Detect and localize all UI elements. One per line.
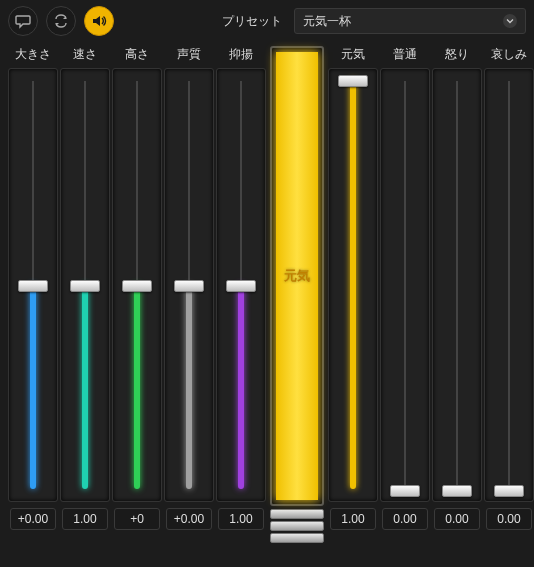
slider-groove: [404, 81, 406, 489]
slider-label: 高さ: [125, 44, 149, 64]
preset-select-value: 元気一杯: [303, 13, 351, 30]
slider-fill: [238, 284, 244, 489]
slider-groove: [456, 81, 458, 489]
style-meter: 元気: [270, 46, 324, 506]
style-handle-bar[interactable]: [270, 521, 324, 531]
slider-value[interactable]: 1.00: [218, 508, 264, 530]
slider-track[interactable]: [380, 68, 430, 502]
left-slider-0: 大きさ+0.00: [8, 44, 58, 543]
slider-track[interactable]: [60, 68, 110, 502]
loop-icon: [53, 13, 69, 29]
slider-groove: [508, 81, 510, 489]
slider-label: 元気: [341, 44, 365, 64]
speech-bubble-icon: [15, 13, 31, 29]
sliders-area: 大きさ+0.00速さ1.00高さ+0声質+0.00抑揚1.00 元気 元気1.0…: [0, 40, 534, 551]
loop-button[interactable]: [46, 6, 76, 36]
slider-label: 声質: [177, 44, 201, 64]
slider-thumb[interactable]: [174, 280, 204, 292]
slider-thumb[interactable]: [226, 280, 256, 292]
slider-value[interactable]: +0.00: [166, 508, 212, 530]
slider-track[interactable]: [216, 68, 266, 502]
left-slider-2: 高さ+0: [112, 44, 162, 543]
preset-label: プリセット: [222, 13, 286, 30]
slider-label: 速さ: [73, 44, 97, 64]
right-slider-3: 哀しみ0.00: [484, 44, 534, 543]
topbar: プリセット 元気一杯: [0, 0, 534, 40]
slider-track[interactable]: [8, 68, 58, 502]
slider-fill: [30, 284, 36, 489]
slider-thumb[interactable]: [122, 280, 152, 292]
right-slider-2: 怒り0.00: [432, 44, 482, 543]
slider-track[interactable]: [432, 68, 482, 502]
slider-label: 普通: [393, 44, 417, 64]
slider-fill: [82, 284, 88, 489]
slider-value[interactable]: 0.00: [434, 508, 480, 530]
style-meter-label: 元気: [272, 267, 322, 285]
slider-value[interactable]: 0.00: [382, 508, 428, 530]
slider-thumb[interactable]: [442, 485, 472, 497]
preset-select[interactable]: 元気一杯: [294, 8, 526, 34]
slider-thumb[interactable]: [390, 485, 420, 497]
slider-value[interactable]: 0.00: [486, 508, 532, 530]
slider-fill: [350, 79, 356, 489]
slider-label: 哀しみ: [491, 44, 527, 64]
slider-thumb[interactable]: [18, 280, 48, 292]
right-slider-1: 普通0.00: [380, 44, 430, 543]
left-slider-4: 抑揚1.00: [216, 44, 266, 543]
slider-track[interactable]: [112, 68, 162, 502]
slider-value[interactable]: 1.00: [62, 508, 108, 530]
slider-track[interactable]: [328, 68, 378, 502]
slider-thumb[interactable]: [494, 485, 524, 497]
style-handle-bar[interactable]: [270, 509, 324, 519]
slider-label: 抑揚: [229, 44, 253, 64]
slider-label: 大きさ: [15, 44, 51, 64]
left-slider-3: 声質+0.00: [164, 44, 214, 543]
voice-parameter-panel: プリセット 元気一杯 大きさ+0.00速さ1.00高さ+0声質+0.00抑揚1.…: [0, 0, 534, 567]
slider-track[interactable]: [164, 68, 214, 502]
chevron-down-icon: [503, 14, 517, 28]
speech-bubble-button[interactable]: [8, 6, 38, 36]
left-slider-1: 速さ1.00: [60, 44, 110, 543]
slider-value[interactable]: +0: [114, 508, 160, 530]
slider-thumb[interactable]: [70, 280, 100, 292]
style-meter-handles[interactable]: [270, 509, 324, 543]
style-handle-bar[interactable]: [270, 533, 324, 543]
slider-label: 怒り: [445, 44, 469, 64]
slider-track[interactable]: [484, 68, 534, 502]
style-meter-column: 元気: [270, 44, 324, 543]
slider-fill: [186, 284, 192, 489]
slider-value[interactable]: 1.00: [330, 508, 376, 530]
right-slider-0: 元気1.00: [328, 44, 378, 543]
slider-fill: [134, 284, 140, 489]
slider-value[interactable]: +0.00: [10, 508, 56, 530]
slider-thumb[interactable]: [338, 75, 368, 87]
speaker-icon: [91, 13, 107, 29]
speaker-button[interactable]: [84, 6, 114, 36]
